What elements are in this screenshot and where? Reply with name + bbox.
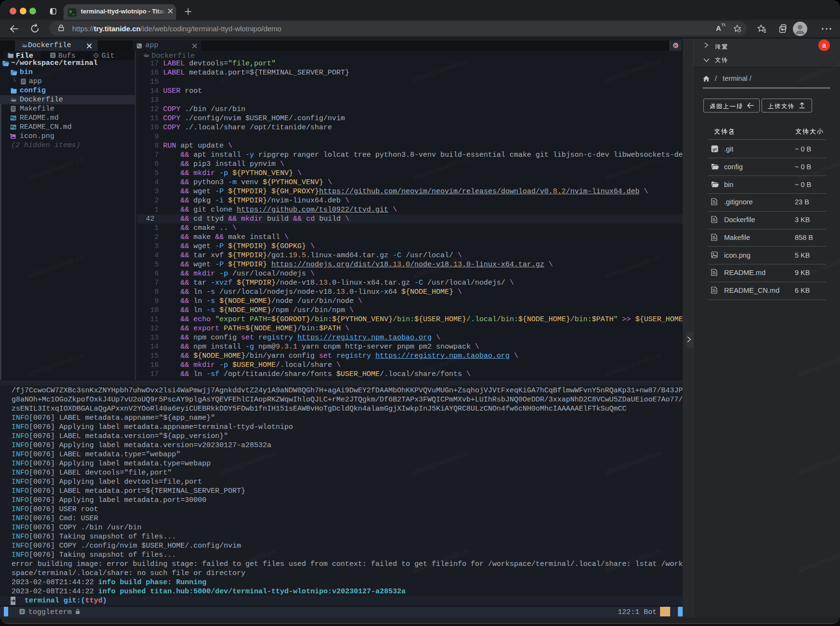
svg-text:git: git: [713, 148, 717, 151]
